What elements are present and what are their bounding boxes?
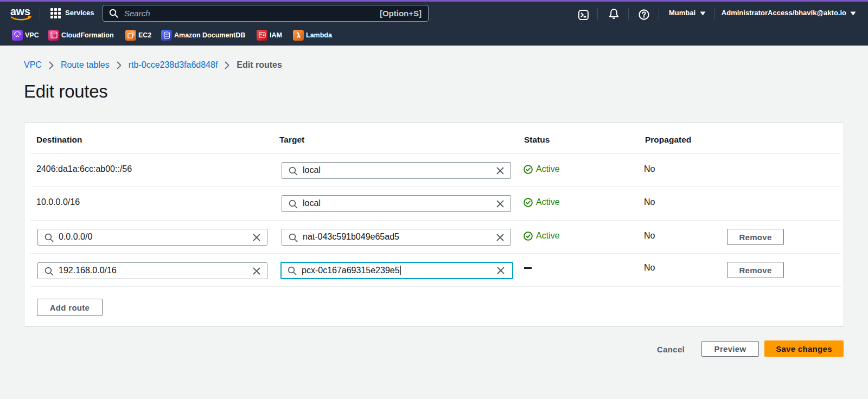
svg-text:aws: aws	[10, 8, 30, 17]
